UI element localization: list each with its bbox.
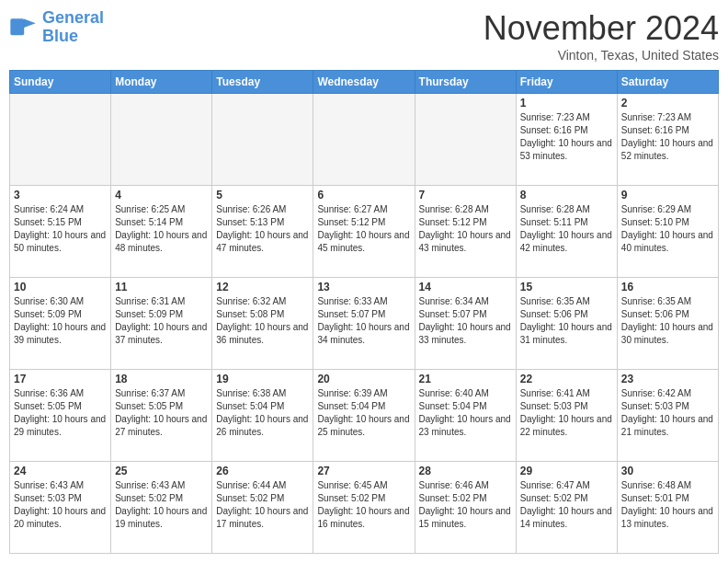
day-number: 26 (216, 465, 309, 477)
day-cell: 27Sunrise: 6:45 AM Sunset: 5:02 PM Dayli… (313, 462, 415, 554)
day-info: Sunrise: 6:25 AM Sunset: 5:14 PM Dayligh… (115, 203, 208, 255)
col-header-tuesday: Tuesday (212, 71, 313, 94)
day-info: Sunrise: 6:43 AM Sunset: 5:03 PM Dayligh… (14, 479, 107, 531)
day-cell: 22Sunrise: 6:41 AM Sunset: 5:03 PM Dayli… (516, 370, 617, 462)
day-cell (10, 94, 111, 186)
svg-rect-0 (11, 18, 24, 35)
day-info: Sunrise: 6:45 AM Sunset: 5:02 PM Dayligh… (317, 479, 410, 531)
day-number: 17 (14, 373, 107, 385)
day-info: Sunrise: 6:41 AM Sunset: 5:03 PM Dayligh… (520, 387, 613, 439)
day-number: 30 (621, 465, 714, 477)
day-cell: 14Sunrise: 6:34 AM Sunset: 5:07 PM Dayli… (415, 278, 516, 370)
logo-text: General Blue (42, 9, 104, 46)
day-cell: 15Sunrise: 6:35 AM Sunset: 5:06 PM Dayli… (516, 278, 617, 370)
day-cell: 21Sunrise: 6:40 AM Sunset: 5:04 PM Dayli… (415, 370, 516, 462)
day-number: 1 (520, 97, 613, 109)
day-number: 6 (317, 189, 410, 201)
day-info: Sunrise: 6:33 AM Sunset: 5:07 PM Dayligh… (317, 295, 410, 347)
day-number: 7 (419, 189, 512, 201)
day-cell: 13Sunrise: 6:33 AM Sunset: 5:07 PM Dayli… (313, 278, 415, 370)
day-number: 8 (520, 189, 613, 201)
day-number: 27 (317, 465, 410, 477)
day-info: Sunrise: 6:32 AM Sunset: 5:08 PM Dayligh… (216, 295, 309, 347)
day-cell: 24Sunrise: 6:43 AM Sunset: 5:03 PM Dayli… (10, 462, 111, 554)
calendar-table: SundayMondayTuesdayWednesdayThursdayFrid… (9, 70, 719, 554)
calendar-header-row: SundayMondayTuesdayWednesdayThursdayFrid… (10, 71, 719, 94)
day-cell (111, 94, 212, 186)
day-info: Sunrise: 6:28 AM Sunset: 5:12 PM Dayligh… (419, 203, 512, 255)
col-header-thursday: Thursday (415, 71, 516, 94)
page: General Blue November 2024 Vinton, Texas… (0, 0, 728, 563)
day-number: 23 (621, 373, 714, 385)
day-cell: 28Sunrise: 6:46 AM Sunset: 5:02 PM Dayli… (415, 462, 516, 554)
week-row-3: 17Sunrise: 6:36 AM Sunset: 5:05 PM Dayli… (10, 370, 719, 462)
day-number: 4 (115, 189, 208, 201)
day-info: Sunrise: 6:47 AM Sunset: 5:02 PM Dayligh… (520, 479, 613, 531)
logo-blue: Blue (42, 27, 78, 45)
day-info: Sunrise: 6:36 AM Sunset: 5:05 PM Dayligh… (14, 387, 107, 439)
header: General Blue November 2024 Vinton, Texas… (9, 9, 719, 63)
day-cell (313, 94, 415, 186)
day-number: 5 (216, 189, 309, 201)
logo: General Blue (9, 9, 104, 46)
day-cell: 10Sunrise: 6:30 AM Sunset: 5:09 PM Dayli… (10, 278, 111, 370)
day-number: 16 (621, 281, 714, 293)
week-row-2: 10Sunrise: 6:30 AM Sunset: 5:09 PM Dayli… (10, 278, 719, 370)
day-cell: 11Sunrise: 6:31 AM Sunset: 5:09 PM Dayli… (111, 278, 212, 370)
week-row-0: 1Sunrise: 7:23 AM Sunset: 6:16 PM Daylig… (10, 94, 719, 186)
day-cell: 5Sunrise: 6:26 AM Sunset: 5:13 PM Daylig… (212, 186, 313, 278)
day-info: Sunrise: 6:46 AM Sunset: 5:02 PM Dayligh… (419, 479, 512, 531)
day-cell: 20Sunrise: 6:39 AM Sunset: 5:04 PM Dayli… (313, 370, 415, 462)
col-header-wednesday: Wednesday (313, 71, 415, 94)
day-cell: 4Sunrise: 6:25 AM Sunset: 5:14 PM Daylig… (111, 186, 212, 278)
day-cell (415, 94, 516, 186)
day-info: Sunrise: 6:35 AM Sunset: 5:06 PM Dayligh… (621, 295, 714, 347)
day-number: 13 (317, 281, 410, 293)
day-cell: 16Sunrise: 6:35 AM Sunset: 5:06 PM Dayli… (617, 278, 718, 370)
day-number: 15 (520, 281, 613, 293)
day-number: 24 (14, 465, 107, 477)
day-cell: 30Sunrise: 6:48 AM Sunset: 5:01 PM Dayli… (617, 462, 718, 554)
week-row-1: 3Sunrise: 6:24 AM Sunset: 5:15 PM Daylig… (10, 186, 719, 278)
day-info: Sunrise: 6:28 AM Sunset: 5:11 PM Dayligh… (520, 203, 613, 255)
month-title: November 2024 (483, 9, 719, 48)
day-cell: 18Sunrise: 6:37 AM Sunset: 5:05 PM Dayli… (111, 370, 212, 462)
title-block: November 2024 Vinton, Texas, United Stat… (483, 9, 719, 63)
day-number: 9 (621, 189, 714, 201)
day-number: 22 (520, 373, 613, 385)
day-info: Sunrise: 6:48 AM Sunset: 5:01 PM Dayligh… (621, 479, 714, 531)
day-number: 10 (14, 281, 107, 293)
day-info: Sunrise: 6:44 AM Sunset: 5:02 PM Dayligh… (216, 479, 309, 531)
day-cell: 17Sunrise: 6:36 AM Sunset: 5:05 PM Dayli… (10, 370, 111, 462)
day-info: Sunrise: 6:26 AM Sunset: 5:13 PM Dayligh… (216, 203, 309, 255)
day-number: 25 (115, 465, 208, 477)
day-cell: 1Sunrise: 7:23 AM Sunset: 6:16 PM Daylig… (516, 94, 617, 186)
day-info: Sunrise: 6:29 AM Sunset: 5:10 PM Dayligh… (621, 203, 714, 255)
col-header-sunday: Sunday (10, 71, 111, 94)
day-number: 18 (115, 373, 208, 385)
col-header-saturday: Saturday (617, 71, 718, 94)
day-info: Sunrise: 6:27 AM Sunset: 5:12 PM Dayligh… (317, 203, 410, 255)
day-cell: 7Sunrise: 6:28 AM Sunset: 5:12 PM Daylig… (415, 186, 516, 278)
logo-general: General (42, 8, 104, 27)
day-cell: 19Sunrise: 6:38 AM Sunset: 5:04 PM Dayli… (212, 370, 313, 462)
day-info: Sunrise: 6:43 AM Sunset: 5:02 PM Dayligh… (115, 479, 208, 531)
day-number: 12 (216, 281, 309, 293)
day-cell: 12Sunrise: 6:32 AM Sunset: 5:08 PM Dayli… (212, 278, 313, 370)
day-info: Sunrise: 6:35 AM Sunset: 5:06 PM Dayligh… (520, 295, 613, 347)
day-cell: 25Sunrise: 6:43 AM Sunset: 5:02 PM Dayli… (111, 462, 212, 554)
day-number: 29 (520, 465, 613, 477)
svg-marker-1 (24, 18, 36, 28)
day-cell: 23Sunrise: 6:42 AM Sunset: 5:03 PM Dayli… (617, 370, 718, 462)
day-info: Sunrise: 7:23 AM Sunset: 6:16 PM Dayligh… (621, 111, 714, 163)
location: Vinton, Texas, United States (483, 48, 719, 63)
day-info: Sunrise: 6:30 AM Sunset: 5:09 PM Dayligh… (14, 295, 107, 347)
day-info: Sunrise: 6:24 AM Sunset: 5:15 PM Dayligh… (14, 203, 107, 255)
day-info: Sunrise: 7:23 AM Sunset: 6:16 PM Dayligh… (520, 111, 613, 163)
day-cell: 26Sunrise: 6:44 AM Sunset: 5:02 PM Dayli… (212, 462, 313, 554)
day-number: 20 (317, 373, 410, 385)
col-header-monday: Monday (111, 71, 212, 94)
day-info: Sunrise: 6:39 AM Sunset: 5:04 PM Dayligh… (317, 387, 410, 439)
logo-icon (9, 13, 39, 42)
day-info: Sunrise: 6:38 AM Sunset: 5:04 PM Dayligh… (216, 387, 309, 439)
